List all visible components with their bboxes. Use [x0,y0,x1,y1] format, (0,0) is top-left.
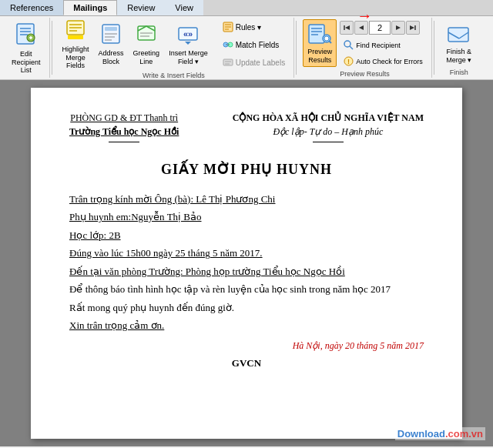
highlight-fields-label: HighlightMergeFields [62,45,89,70]
motto: Độc lập- Tự do – Hạnh phúc [233,125,424,139]
address-block-icon [101,23,121,48]
document-page[interactable]: PHÒNG GD & ĐT Thanh trì Trường Tiểu học … [31,88,462,439]
svg-rect-13 [105,27,117,31]
svg-marker-45 [396,25,401,30]
tab-mailings[interactable]: Mailings [63,0,117,15]
nav-next-icon [394,24,402,32]
document-area: PHÒNG GD & ĐT Thanh trì Trường Tiểu học … [0,80,493,446]
group-start-items: EditRecipientList [8,19,45,76]
country-name: CỘNG HÒA XÃ HỘI CHỦ NGHĨA VIỆT NAM [233,111,424,125]
highlight-fields-icon [65,19,86,44]
find-recipient-label: Find Recipient [356,42,401,49]
preview-results-label: PreviewResults [307,48,332,65]
insert-merge-field-icon: «» [177,23,199,48]
preview-results-group-label: Preview Results [340,69,390,78]
rules-label: Rules ▾ [236,23,261,32]
insert-merge-field-button[interactable]: «» Insert MergeField ▾ [165,21,212,69]
watermark-text: Download.com.vn [395,427,485,440]
greeting-line-label: GreetingLine [133,49,160,66]
header-school: Trường Tiểu học Ngọc Hồi [69,125,179,139]
header-dept: PHÒNG GD & ĐT Thanh trì [70,112,178,123]
body-line-4: Đúng vào lúc 15h00 ngày 25 tháng 5 năm 2… [69,245,424,261]
header-right: CỘNG HÒA XÃ HỘI CHỦ NGHĨA VIỆT NAM Độc l… [233,111,424,145]
match-fields-icon [223,39,233,50]
body-line-1: Trân trọng kính mời Ông (bà): Lê Thị Phư… [69,191,424,207]
body-line-8: Xin trân trọng cảm ơn. [69,317,424,333]
svg-text:!: ! [347,58,350,65]
nav-first-button[interactable] [340,21,354,35]
svg-marker-47 [410,25,414,30]
update-labels-icon [223,57,233,68]
record-number-input[interactable] [369,21,391,35]
nav-last-button[interactable] [406,21,420,35]
svg-line-41 [330,42,332,44]
finish-merge-icon [447,22,471,48]
svg-marker-43 [345,25,350,30]
rules-button[interactable]: Rules ▾ [219,19,290,35]
address-block-button[interactable]: AddressBlock [95,21,128,69]
highlight-fields-button[interactable]: HighlightMergeFields [59,21,93,69]
auto-check-errors-button[interactable]: ! Auto Check for Errors [340,54,427,69]
preview-results-items: PreviewResults → [303,19,427,69]
body-line-5: Đến tại văn phòng Trường: Phòng họp trườ… [69,263,424,279]
document-title: GIẤY MỜI PHỤ HUYNH [69,159,424,180]
update-labels-label: Update Labels [236,59,286,67]
svg-text:«»: «» [183,29,193,38]
body-line-3: Học lớp: 2B [69,227,424,243]
group-finish: Finish &Merge ▾ Finish [436,18,482,78]
svg-rect-35 [309,25,324,43]
group-start: EditRecipientList [3,18,50,78]
body-line-2: Phụ huynh em:Nguyễn Thị Bảo [69,209,424,225]
body-line-7: Rất mong quý phụ huynh đến đúng giờ. [69,299,424,316]
finish-items: Finish &Merge ▾ [442,19,476,67]
nav-next-button[interactable] [391,21,405,35]
svg-point-40 [324,36,329,41]
document-header: PHÒNG GD & ĐT Thanh trì Trường Tiểu học … [69,111,424,145]
preview-results-button[interactable]: PreviewResults [303,19,337,67]
tab-view[interactable]: View [165,0,203,15]
finish-group-label: Finish [450,67,468,76]
header-left: PHÒNG GD & ĐT Thanh trì Trường Tiểu học … [69,111,179,145]
svg-marker-44 [359,25,364,30]
match-fields-label: Match Fields [236,41,280,49]
preview-results-icon [307,22,332,48]
nav-last-icon [409,24,417,32]
auto-check-errors-label: Auto Check for Errors [356,58,423,65]
address-block-label: AddressBlock [99,49,124,66]
svg-rect-32 [223,59,233,65]
watermark: Download.com.vn [395,426,485,440]
find-recipient-icon [344,40,354,50]
svg-marker-24 [185,42,191,45]
match-fields-button[interactable]: Match Fields [219,37,290,52]
rules-icon [223,22,233,32]
red-arrow-indicator: → [357,7,372,25]
finish-merge-label: Finish &Merge ▾ [446,48,471,65]
header-org: PHÒNG GD & ĐT Thanh trì [69,111,179,125]
greeting-line-icon [136,23,156,48]
write-insert-fields-label: Write & Insert Fields [143,70,205,79]
nav-prev-icon [357,24,365,32]
auto-check-icon: ! [344,56,354,66]
ribbon: References Mailings Review View [0,0,493,80]
svg-rect-11 [68,35,83,39]
tab-review[interactable]: Review [117,0,165,15]
finish-merge-button[interactable]: Finish &Merge ▾ [442,19,476,67]
document-body: Trân trọng kính mời Ông (bà): Lê Thị Phư… [69,191,424,334]
footer-signature: GVCN [69,356,424,371]
group-preview-results: PreviewResults → [298,18,432,78]
body-line-6: Để thông báo tình hình học tập và rèn lu… [69,281,424,297]
group-write-fields: HighlightMergeFields AddressBlock [54,18,295,78]
ribbon-tabs: References Mailings Review View [0,0,493,16]
svg-point-48 [344,41,350,47]
insert-merge-field-label: Insert MergeField ▾ [169,49,208,66]
tab-references[interactable]: References [0,0,63,15]
edit-recipient-button[interactable]: EditRecipientList [8,24,45,72]
edit-recipient-icon [14,21,39,48]
footer-date: Hà Nội, ngày 20 tháng 5 năm 2017 [69,339,424,353]
header-school-name: Trường Tiểu học Ngọc Hồi [69,126,179,137]
update-labels-button[interactable]: Update Labels [219,55,290,70]
greeting-line-button[interactable]: GreetingLine [129,21,164,69]
svg-line-49 [350,46,353,49]
find-recipient-button[interactable]: Find Recipient [340,38,427,52]
ribbon-content: EditRecipientList [0,16,493,79]
